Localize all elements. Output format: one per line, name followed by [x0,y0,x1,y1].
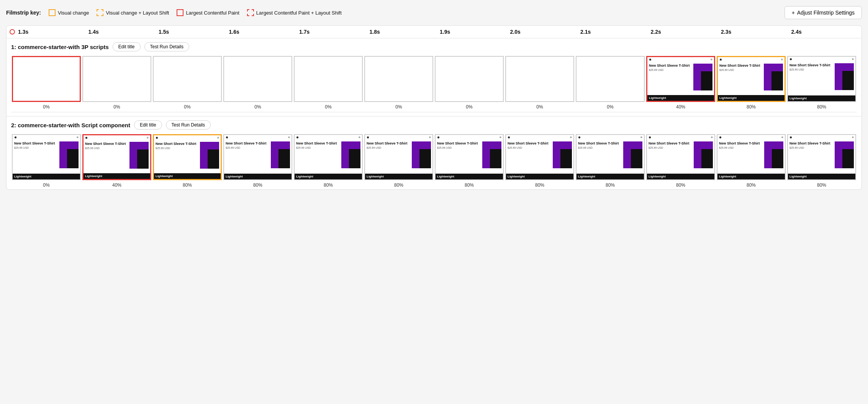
test-run-details-button-1[interactable]: Test Run Details [144,42,189,51]
black-shape [137,149,149,169]
legend-item-visual-change: Visual change [49,9,89,16]
frame-wrapper-2-5: ⏺ ≡ New Short Sleeve T-Shirt $25.99 USD … [293,133,364,181]
product-image-area [412,141,431,168]
icon-row: ⏺ ≡ [436,135,503,140]
menu-icon: ≡ [570,136,572,139]
frame-2-3[interactable]: ⏺ ≡ New Short Sleeve T-Shirt $25.99 USD … [153,134,222,180]
frame-wrapper-2-8: ⏺ ≡ New Short Sleeve T-Shirt $25.99 USD … [504,133,575,181]
frame-empty [154,57,221,101]
product-price: $25.99 USD [296,146,341,149]
frame-1-6[interactable] [364,56,433,102]
frame-1-10[interactable]: ⏺ ≡ New Short Sleeve T-Shirt $25.99 USD … [646,56,715,102]
product-card: ⏺ ≡ New Short Sleeve T-Shirt $25.99 USD … [718,57,784,101]
frame-wrapper-1-1 [11,55,82,103]
frame-col-1-9: 0% [575,55,645,110]
frame-percent-1-3: 0% [152,104,223,110]
frame-2-2[interactable]: ⏺ ≡ New Short Sleeve T-Shirt $25.99 USD … [82,134,151,180]
product-card-top: New Short Sleeve T-Shirt $25.99 USD [647,140,714,169]
record-icon: ⏺ [14,136,17,139]
frame-col-2-6: ⏺ ≡ New Short Sleeve T-Shirt $25.99 USD … [364,133,434,188]
icon-row: ⏺ ≡ [13,135,80,140]
product-title: New Short Sleeve T-Shirt [367,141,411,146]
frame-percent-2-8: 80% [504,182,575,188]
product-card-top: New Short Sleeve T-Shirt $25.99 USD [224,140,292,169]
frame-wrapper-2-10: ⏺ ≡ New Short Sleeve T-Shirt $25.99 USD … [645,133,716,181]
frame-col-2-4: ⏺ ≡ New Short Sleeve T-Shirt $25.99 USD … [223,133,293,188]
frame-percent-2-10: 80% [645,182,716,188]
edit-title-button-2[interactable]: Edit title [134,120,162,130]
frame-2-7[interactable]: ⏺ ≡ New Short Sleeve T-Shirt $25.99 USD … [435,134,504,180]
adjust-filmstrip-button[interactable]: + Adjust Filmstrip Settings [784,6,862,19]
menu-icon: ≡ [288,136,290,139]
frame-2-10[interactable]: ⏺ ≡ New Short Sleeve T-Shirt $25.99 USD … [646,134,715,180]
icon-row: ⏺ ≡ [788,135,855,140]
frame-col-1-7: 0% [434,55,504,110]
frame-col-2-12: ⏺ ≡ New Short Sleeve T-Shirt $25.99 USD … [786,133,857,188]
frame-2-1[interactable]: ⏺ ≡ New Short Sleeve T-Shirt $25.99 USD … [12,134,81,180]
frame-percent-1-4: 0% [223,104,293,110]
icon-row: ⏺ ≡ [295,135,362,140]
product-card-top: New Short Sleeve T-Shirt $25.99 USD [13,140,80,169]
frame-1-1[interactable] [12,56,81,102]
product-footer: Lightweight [506,174,573,179]
frame-1-9[interactable] [576,56,645,102]
black-shape [842,149,854,168]
black-shape [490,149,501,168]
frame-2-4[interactable]: ⏺ ≡ New Short Sleeve T-Shirt $25.99 USD … [223,134,292,180]
frame-wrapper-1-12: ⏺ ≡ New Short Sleeve T-Shirt $25.99 USD … [786,55,857,103]
menu-icon: ≡ [500,136,501,139]
product-image-area [835,63,854,90]
frame-1-12[interactable]: ⏺ ≡ New Short Sleeve T-Shirt $25.99 USD … [787,56,856,102]
frame-2-5[interactable]: ⏺ ≡ New Short Sleeve T-Shirt $25.99 USD … [294,134,363,180]
product-price: $25.99 USD [14,146,59,149]
edit-title-button-1[interactable]: Edit title [113,42,141,51]
menu-icon: ≡ [852,57,854,61]
legend-box-lcp-layout [247,9,254,16]
frame-2-6[interactable]: ⏺ ≡ New Short Sleeve T-Shirt $25.99 USD … [364,134,433,180]
menu-icon: ≡ [147,136,149,140]
frame-percent-1-6: 0% [364,104,434,110]
frame-wrapper-1-2 [82,55,152,103]
product-info: New Short Sleeve T-Shirt $25.99 USD [85,142,129,169]
frame-2-8[interactable]: ⏺ ≡ New Short Sleeve T-Shirt $25.99 USD … [505,134,574,180]
frame-wrapper-2-12: ⏺ ≡ New Short Sleeve T-Shirt $25.99 USD … [786,133,857,181]
product-card: ⏺ ≡ New Short Sleeve T-Shirt $25.99 USD … [295,135,362,179]
frame-2-11[interactable]: ⏺ ≡ New Short Sleeve T-Shirt $25.99 USD … [717,134,786,180]
icon-row: ⏺ ≡ [365,135,432,140]
product-price: $25.99 USD [649,69,693,71]
frame-wrapper-1-6 [364,55,434,103]
frame-percent-1-9: 0% [575,104,645,110]
frame-1-11[interactable]: ⏺ ≡ New Short Sleeve T-Shirt $25.99 USD … [717,56,786,102]
product-card: ⏺ ≡ New Short Sleeve T-Shirt $25.99 USD … [788,57,855,101]
frame-2-12[interactable]: ⏺ ≡ New Short Sleeve T-Shirt $25.99 USD … [787,134,856,180]
product-card-top: New Short Sleeve T-Shirt $25.99 USD [717,140,785,169]
frame-col-2-3: ⏺ ≡ New Short Sleeve T-Shirt $25.99 USD … [152,133,223,188]
frame-col-1-4: 0% [223,55,293,110]
product-footer: Lightweight [788,174,855,179]
run-section-2: 2: commerce-starter-with Script componen… [7,117,861,189]
menu-icon: ≡ [77,136,79,139]
frame-1-7[interactable] [435,56,504,102]
frame-wrapper-1-10: ⏺ ≡ New Short Sleeve T-Shirt $25.99 USD … [645,55,716,103]
test-run-details-button-2[interactable]: Test Run Details [166,120,211,130]
product-card-top: New Short Sleeve T-Shirt $25.99 USD [718,62,784,91]
product-image-area [693,64,712,90]
frame-1-8[interactable] [505,56,574,102]
frame-1-3[interactable] [153,56,222,102]
product-price: $25.99 USD [85,147,129,149]
frame-1-5[interactable] [294,56,363,102]
frame-wrapper-2-11: ⏺ ≡ New Short Sleeve T-Shirt $25.99 USD … [716,133,786,181]
frame-2-9[interactable]: ⏺ ≡ New Short Sleeve T-Shirt $25.99 USD … [576,134,645,180]
product-footer: Lightweight [788,95,855,101]
frame-1-4[interactable] [223,56,292,102]
black-shape [701,71,712,90]
frame-col-1-1: 0% [11,55,82,110]
product-card: ⏺ ≡ New Short Sleeve T-Shirt $25.99 USD … [576,135,644,179]
product-card-top: New Short Sleeve T-Shirt $25.99 USD [365,140,432,169]
product-card-top: New Short Sleeve T-Shirt $25.99 USD [506,140,573,169]
frame-1-2[interactable] [82,56,151,102]
frame-wrapper-2-6: ⏺ ≡ New Short Sleeve T-Shirt $25.99 USD … [364,133,434,181]
record-icon: ⏺ [367,136,370,139]
record-icon: ⏺ [719,136,722,139]
product-info: New Short Sleeve T-Shirt $25.99 USD [296,141,341,168]
